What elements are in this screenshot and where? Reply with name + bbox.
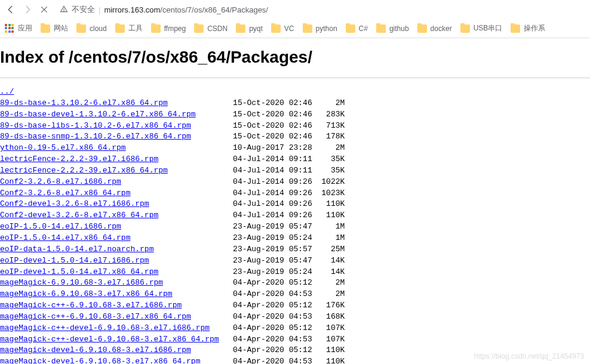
watermark: https://blog.csdn.net/qq_21454973: [474, 352, 584, 360]
url-path: /centos/7/os/x86_64/Packages/: [160, 5, 268, 14]
folder-icon: [41, 24, 50, 33]
bookmark-folder[interactable]: CSDN: [194, 23, 228, 33]
file-link[interactable]: Conf2-devel-3.2.6-8.el7.x86_64.rpm: [0, 211, 158, 220]
bookmark-label: docker: [431, 24, 452, 33]
bookmark-folder[interactable]: ffmpeg: [151, 23, 186, 33]
page-content: Index of /centos/7/os/x86_64/Packages/ .…: [0, 38, 590, 364]
divider: [0, 78, 590, 78]
parent-link[interactable]: ../: [0, 87, 14, 96]
folder-icon: [271, 24, 281, 33]
bookmark-label: VC: [284, 24, 294, 33]
file-link[interactable]: lectricFence-2.2.2-39.el7.i686.rpm: [0, 155, 158, 164]
browser-toolbar: 不安全 | mirrors.163.com/centos/7/os/x86_64…: [0, 0, 590, 19]
address-bar[interactable]: 不安全 | mirrors.163.com/centos/7/os/x86_64…: [55, 4, 585, 15]
file-link[interactable]: 89-ds-base-devel-1.3.10.2-6.el7.x86_64.r…: [0, 110, 196, 119]
file-link[interactable]: Conf2-3.2.6-8.el7.x86_64.rpm: [0, 189, 130, 198]
folder-icon: [303, 24, 312, 33]
apps-button[interactable]: 应用: [5, 23, 32, 33]
file-link[interactable]: eoIP-devel-1.5.0-14.el7.i686.rpm: [0, 256, 149, 265]
file-link[interactable]: mageMagick-c++-6.9.10.68-3.el7.i686.rpm: [0, 301, 182, 310]
bookmark-label: ffmpeg: [164, 24, 186, 33]
file-link[interactable]: lectricFence-2.2.2-39.el7.x86_64.rpm: [0, 166, 168, 175]
bookmark-label: python: [316, 24, 337, 33]
page-title: Index of /centos/7/os/x86_64/Packages/: [0, 48, 590, 67]
folder-icon: [76, 24, 86, 33]
bookmark-folder[interactable]: USB串口: [460, 23, 503, 33]
file-link[interactable]: Conf2-devel-3.2.6-8.el7.i686.rpm: [0, 199, 149, 208]
file-link[interactable]: 89-ds-base-snmp-1.3.10.2-6.el7.x86_64.rp…: [0, 132, 191, 141]
bookmark-label: USB串口: [474, 23, 503, 33]
bookmark-folder[interactable]: cloud: [76, 23, 107, 33]
apps-icon: [5, 24, 14, 33]
file-link[interactable]: 89-ds-base-libs-1.3.10.2-6.el7.x86_64.rp…: [0, 121, 191, 130]
folder-icon: [346, 24, 355, 33]
folder-icon: [417, 24, 427, 33]
bookmark-folder[interactable]: github: [376, 23, 409, 33]
file-link[interactable]: mageMagick-c++-devel-6.9.10.68-3.el7.x86…: [0, 335, 219, 344]
url-separator: |: [99, 5, 100, 14]
file-link[interactable]: eoIP-1.5.0-14.el7.i686.rpm: [0, 222, 121, 231]
file-link[interactable]: eoIP-data-1.5.0-14.el7.noarch.rpm: [0, 245, 153, 254]
folder-icon: [511, 24, 520, 33]
folder-icon: [376, 24, 386, 33]
bookmark-label: cloud: [90, 24, 107, 33]
bookmark-folder[interactable]: docker: [417, 23, 452, 33]
bookmarks-bar: 应用 网站cloud工具ffmpegCSDNpyqtVCpythonC#gith…: [0, 19, 590, 38]
bookmark-folder[interactable]: C#: [346, 23, 368, 33]
file-link[interactable]: ython-0.19-5.el7.x86_64.rpm: [0, 143, 126, 152]
forward-button[interactable]: [21, 4, 33, 16]
file-link[interactable]: mageMagick-6.9.10.68-3.el7.i686.rpm: [0, 278, 163, 287]
back-button[interactable]: [5, 4, 17, 16]
insecure-label: 不安全: [72, 4, 95, 15]
apps-label: 应用: [18, 23, 32, 33]
insecure-icon: [60, 5, 68, 15]
file-link[interactable]: mageMagick-devel-6.9.10.68-3.el7.x86_64.…: [0, 357, 200, 364]
folder-icon: [151, 24, 161, 33]
bookmark-label: 网站: [54, 23, 68, 33]
file-link[interactable]: eoIP-1.5.0-14.el7.x86_64.rpm: [0, 233, 130, 242]
bookmark-folder[interactable]: pyqt: [236, 23, 263, 33]
bookmark-folder[interactable]: VC: [271, 23, 294, 33]
file-link[interactable]: mageMagick-c++-devel-6.9.10.68-3.el7.i68…: [0, 323, 210, 332]
bookmark-folder[interactable]: 网站: [41, 23, 68, 33]
folder-icon: [236, 24, 245, 33]
bookmark-folder[interactable]: 操作系: [511, 23, 545, 33]
bookmark-label: 操作系: [524, 23, 545, 33]
bookmark-label: CSDN: [207, 24, 228, 33]
file-link[interactable]: 89-ds-base-1.3.10.2-6.el7.x86_64.rpm: [0, 98, 168, 107]
bookmark-label: github: [389, 24, 409, 33]
folder-icon: [115, 24, 125, 33]
bookmark-label: pyqt: [249, 24, 263, 33]
file-link[interactable]: mageMagick-6.9.10.68-3.el7.x86_64.rpm: [0, 289, 173, 298]
folder-icon: [460, 24, 470, 33]
folder-icon: [194, 24, 204, 33]
file-link[interactable]: Conf2-3.2.6-8.el7.i686.rpm: [0, 177, 121, 186]
file-link[interactable]: mageMagick-c++-6.9.10.68-3.el7.x86_64.rp…: [0, 312, 191, 321]
bookmark-label: C#: [359, 24, 368, 33]
directory-listing: ../ 89-ds-base-1.3.10.2-6.el7.x86_64.rpm…: [0, 87, 590, 364]
bookmark-folder[interactable]: 工具: [115, 23, 143, 33]
url-host: mirrors.163.com: [104, 5, 160, 14]
file-link[interactable]: eoIP-devel-1.5.0-14.el7.x86_64.rpm: [0, 267, 158, 276]
bookmark-folder[interactable]: python: [303, 23, 337, 33]
stop-button[interactable]: [38, 4, 50, 16]
bookmark-label: 工具: [128, 23, 143, 33]
file-link[interactable]: mageMagick-devel-6.9.10.68-3.el7.i686.rp…: [0, 346, 191, 354]
